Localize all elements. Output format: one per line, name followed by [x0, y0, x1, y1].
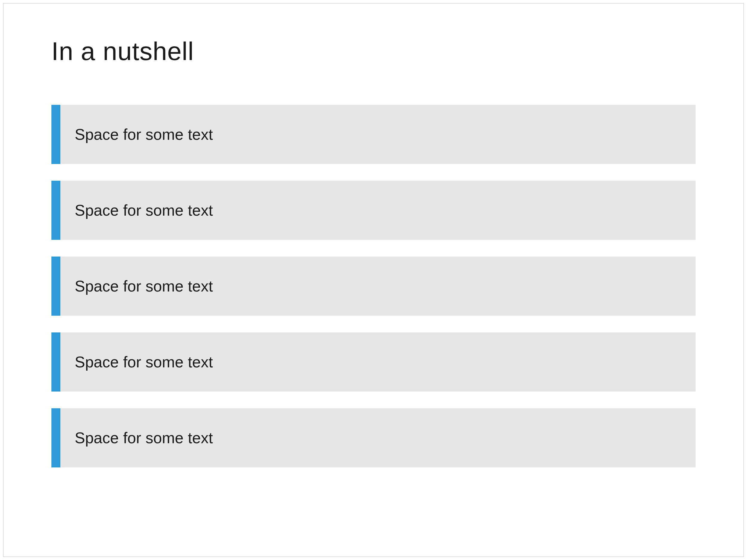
list-item: Space for some text [51, 105, 696, 164]
item-body: Space for some text [60, 257, 696, 316]
slide-container: In a nutshell Space for some text Space … [3, 3, 744, 557]
list-item: Space for some text [51, 332, 696, 392]
item-body: Space for some text [60, 408, 696, 468]
item-text: Space for some text [75, 429, 213, 447]
slide-title: In a nutshell [51, 36, 696, 66]
accent-bar [51, 257, 60, 316]
list-item: Space for some text [51, 181, 696, 240]
accent-bar [51, 105, 60, 164]
item-text: Space for some text [75, 126, 213, 143]
item-text: Space for some text [75, 277, 213, 295]
item-body: Space for some text [60, 332, 696, 392]
items-list: Space for some text Space for some text … [51, 105, 696, 468]
item-text: Space for some text [75, 353, 213, 371]
item-text: Space for some text [75, 201, 213, 219]
accent-bar [51, 181, 60, 240]
item-body: Space for some text [60, 105, 696, 164]
accent-bar [51, 332, 60, 392]
list-item: Space for some text [51, 408, 696, 468]
item-body: Space for some text [60, 181, 696, 240]
accent-bar [51, 408, 60, 468]
list-item: Space for some text [51, 257, 696, 316]
